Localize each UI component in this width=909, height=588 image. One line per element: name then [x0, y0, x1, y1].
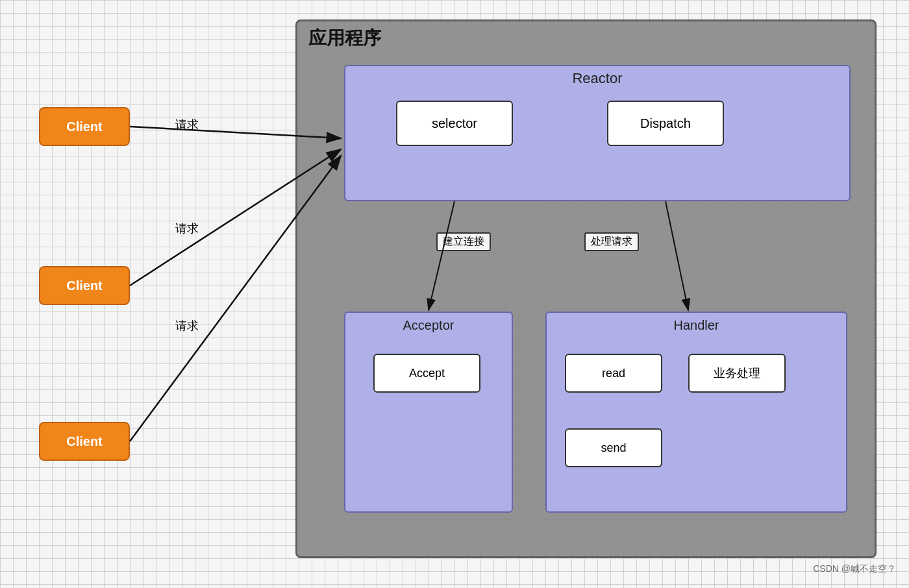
- dispatch-box: Dispatch: [607, 101, 724, 146]
- read-box: read: [565, 354, 662, 393]
- selector-label: selector: [432, 116, 477, 131]
- selector-box: selector: [396, 101, 513, 146]
- accept-box: Accept: [373, 354, 480, 393]
- client-2-label: Client: [66, 278, 103, 293]
- reactor-title: Reactor: [344, 70, 851, 87]
- client-3: Client: [39, 422, 130, 461]
- read-label: read: [602, 367, 625, 380]
- handler-box: [545, 312, 847, 513]
- client-1: Client: [39, 107, 130, 146]
- send-label: send: [601, 441, 626, 455]
- send-box: send: [565, 428, 662, 467]
- acceptor-box: [344, 312, 513, 513]
- biz-label: 业务处理: [714, 365, 760, 381]
- accept-label: Accept: [409, 367, 445, 380]
- dispatch-label: Dispatch: [640, 116, 691, 131]
- connect-label: 建立连接: [436, 232, 491, 251]
- handle-label: 处理请求: [584, 232, 639, 251]
- app-title: 应用程序: [308, 26, 381, 51]
- biz-box: 业务处理: [688, 354, 786, 393]
- req-label-2: 请求: [175, 221, 199, 236]
- watermark: CSDN @喊不走空？: [813, 563, 896, 575]
- acceptor-title: Acceptor: [344, 318, 513, 333]
- client-2: Client: [39, 266, 130, 305]
- req-label-1: 请求: [175, 117, 199, 132]
- client-3-label: Client: [66, 434, 103, 449]
- diagram-container: 应用程序 Reactor selector Dispatch Acceptor …: [0, 0, 909, 588]
- handler-title: Handler: [545, 318, 847, 333]
- req-label-3: 请求: [175, 318, 199, 334]
- client-1-label: Client: [66, 119, 103, 134]
